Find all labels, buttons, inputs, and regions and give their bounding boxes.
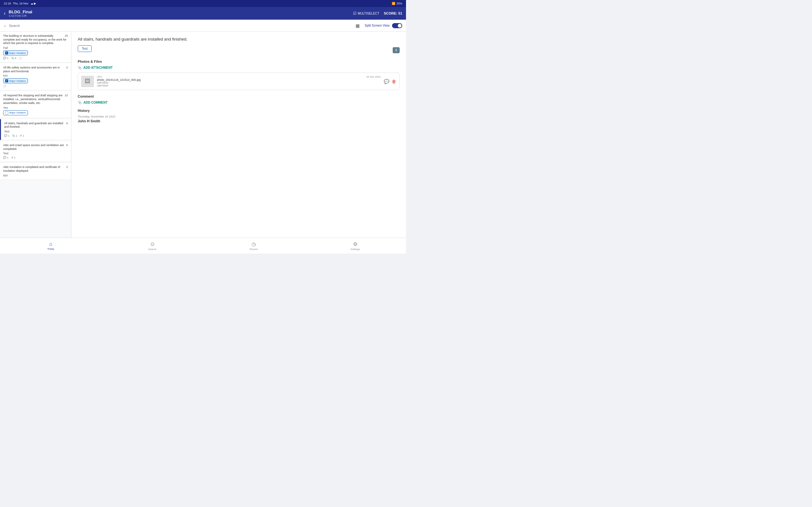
item-status: Yes xyxy=(3,106,68,109)
item-status: N/A xyxy=(3,174,68,177)
page-subtitle: 3 ACTON CIR xyxy=(9,14,32,17)
history-section-title: History xyxy=(78,109,400,112)
item-score: 6 xyxy=(66,122,68,125)
nav-item-recent[interactable]: ◷ Recent xyxy=(203,241,305,250)
multiselect-icon: ☑ xyxy=(353,11,357,15)
list-item[interactable]: 2 Attic insulation is completed and cert… xyxy=(0,163,71,180)
test-badge: Test xyxy=(78,45,92,52)
checkbox-empty-icon xyxy=(5,111,8,114)
settings-icon: ⚙ xyxy=(353,241,357,247)
back-button[interactable]: ‹ xyxy=(4,10,5,16)
file-user2: UATTEST xyxy=(97,84,363,87)
comment-section-title: Comment xyxy=(78,95,400,98)
history-date: Thursday, November 16 2023 xyxy=(78,115,400,118)
list-item[interactable]: 6 All stairs, handrails and guardrails a… xyxy=(0,119,71,140)
home-icon: ⌂ xyxy=(49,241,52,247)
search-nav-icon: ⊙ xyxy=(150,241,154,247)
item-status: Fail xyxy=(3,46,68,49)
doc-icon: 📄 xyxy=(3,84,6,88)
recent-icon: ◷ xyxy=(252,241,256,247)
item-status: Test xyxy=(3,152,68,155)
nav-label-recent: Recent xyxy=(250,248,258,250)
top-nav: ‹ BLDG_Final 3 ACTON CIR ☑ MULTISELECT S… xyxy=(0,7,406,20)
item-status: N/A xyxy=(3,74,68,77)
file-thumbnail: 🖼 xyxy=(81,76,94,87)
split-screen-label: Split Screen View xyxy=(365,24,390,27)
multiselect-label: MULTISELECT xyxy=(358,12,379,15)
list-item[interactable]: 25 The building or structure is substant… xyxy=(0,32,71,62)
file-user: UATTEST xyxy=(97,81,363,84)
doc-icon: 📄 xyxy=(19,57,22,60)
signal-icon: 📶 xyxy=(392,2,395,5)
nav-label-today: Today xyxy=(47,247,54,250)
comment-attach-icon: 📎 xyxy=(78,101,82,104)
comment-icon[interactable]: 💬 xyxy=(384,79,389,84)
violation-badge[interactable]: ✓ Major Violation xyxy=(3,50,28,55)
search-icon: ⌕ xyxy=(4,23,6,28)
item-footer: 📄 xyxy=(3,84,68,88)
list-item[interactable]: 6 Attic and crawl space access and venti… xyxy=(0,141,71,162)
page-title: BLDG_Final xyxy=(9,9,32,14)
item-text: All stairs, handrails and guardrails are… xyxy=(4,122,68,129)
violation-label: Major Violation xyxy=(9,79,26,82)
paperclip-icon: 📎 xyxy=(78,66,82,69)
item-text: All required fire stopping and draft sto… xyxy=(3,94,68,105)
detail-title: All stairs, handrails and guardrails are… xyxy=(78,37,400,42)
file-info: JPG photo_20231116_221514_000.jpg UATTES… xyxy=(97,75,363,87)
item-status: Test xyxy=(4,130,68,133)
split-screen-toggle[interactable] xyxy=(392,23,402,28)
multiselect-button[interactable]: ☑ MULTISELECT xyxy=(353,11,379,15)
violation-badge[interactable]: Major Violation xyxy=(3,110,28,115)
revision-count: ↺ 1 xyxy=(11,156,15,159)
nav-item-search[interactable]: ⊙ Search xyxy=(101,241,203,250)
score-label: SCORE: 51 xyxy=(384,11,402,15)
checkbox-checked-icon: ✓ xyxy=(5,79,8,82)
comment-count: 💬 1 xyxy=(3,57,9,60)
checkbox-checked-icon: ✓ xyxy=(5,51,8,55)
test-score: 6 xyxy=(393,47,400,53)
delete-icon[interactable]: 🗑 xyxy=(392,79,396,84)
bottom-nav: ⌂ Today ⊙ Search ◷ Recent ⚙ Settings xyxy=(0,238,406,253)
add-comment-button[interactable]: 📎 ADD COMMENT xyxy=(78,101,400,104)
violation-label: Major Violation xyxy=(9,52,26,55)
nav-item-settings[interactable]: ⚙ Settings xyxy=(305,241,406,250)
right-panel: All stairs, handrails and guardrails are… xyxy=(71,32,406,238)
comment-count: 💬 1 xyxy=(4,134,9,137)
nav-label-search: Search xyxy=(148,248,156,250)
search-input[interactable] xyxy=(9,24,353,27)
add-attachment-button[interactable]: 📎 ADD ATTACHMENT xyxy=(78,66,400,69)
item-score: 2 xyxy=(66,165,68,169)
attachment-count: 📎 1 xyxy=(12,134,17,137)
item-score: 6 xyxy=(66,144,68,147)
item-score: 25 xyxy=(65,34,68,38)
nav-label-settings: Settings xyxy=(351,248,360,250)
file-date: 16 Nov 2023 xyxy=(366,75,380,78)
search-bar: ⌕ ▦ Split Screen View xyxy=(0,20,406,32)
left-panel: 25 The building or structure is substant… xyxy=(0,32,71,238)
status-time: 22:18 xyxy=(4,2,11,5)
add-attachment-label: ADD ATTACHMENT xyxy=(84,66,113,69)
item-footer: 💬 1 ↺ 1 xyxy=(3,156,68,159)
add-comment-label: ADD COMMENT xyxy=(84,101,107,104)
item-text: The building or structure is substantial… xyxy=(3,34,68,45)
item-text: Attic and crawl space access and ventila… xyxy=(3,144,68,151)
list-item[interactable]: 10 All required fire stopping and draft … xyxy=(0,91,71,118)
history-user: John H Smith xyxy=(78,119,400,123)
item-score: 10 xyxy=(65,94,68,97)
nav-item-today[interactable]: ⌂ Today xyxy=(0,241,101,250)
violation-badge[interactable]: ✓ Major Violation xyxy=(3,78,28,83)
item-footer: 💬 1 📎 6 📄 xyxy=(3,57,68,60)
item-text: All life safety systems and accessories … xyxy=(3,66,68,73)
status-icons: ☁ ▶ xyxy=(31,2,37,5)
barcode-icon: ▦ xyxy=(356,23,360,28)
file-row: 🖼 JPG photo_20231116_221514_000.jpg UATT… xyxy=(78,72,400,90)
item-footer: 💬 1 📎 1 ↺ 1 xyxy=(4,134,68,137)
revision-count: ↺ 1 xyxy=(20,134,24,137)
comment-count: 💬 1 xyxy=(3,156,9,159)
status-bar: 22:18 Thu, 16 Nov ☁ ▶ 📶 25% xyxy=(0,0,406,7)
list-item[interactable]: 2 All life safety systems and accessorie… xyxy=(0,63,71,90)
file-name: photo_20231116_221514_000.jpg xyxy=(97,78,363,81)
file-type: JPG xyxy=(97,75,363,78)
battery-level: 25% xyxy=(397,2,402,5)
photos-section-title: Photos & Files xyxy=(78,60,400,63)
